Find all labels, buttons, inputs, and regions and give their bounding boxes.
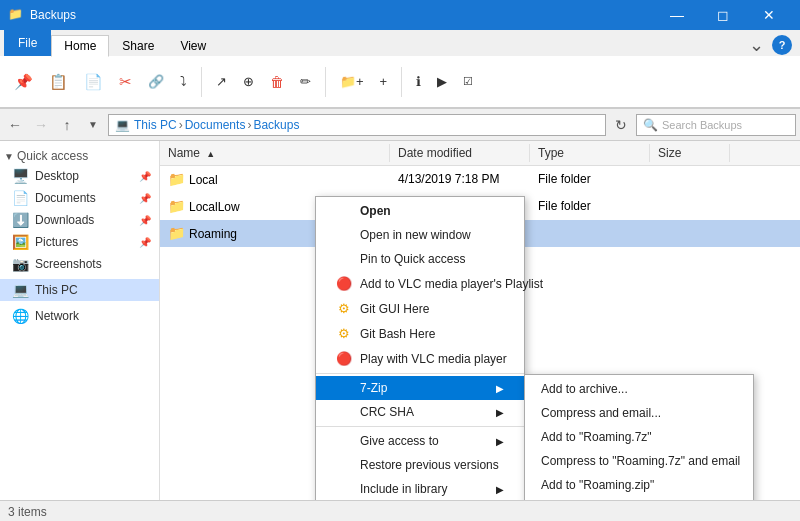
address-crumb-documents[interactable]: Documents xyxy=(185,118,246,132)
folder-icon: 📁 xyxy=(168,171,185,187)
sidebar-item-thispc-label: This PC xyxy=(35,283,78,297)
sidebar-item-screenshots[interactable]: 📷 Screenshots xyxy=(0,253,159,275)
ctx-git-gui[interactable]: ⚙Git GUI Here xyxy=(316,296,524,321)
sub-compress-7z-email[interactable]: Compress to "Roaming.7z" and email xyxy=(525,449,753,473)
new-folder-btn[interactable]: 📁+ xyxy=(334,70,370,93)
ctx-library-arrow: ▶ xyxy=(496,484,504,495)
ctx-pin-quick-access[interactable]: Pin to Quick access xyxy=(316,247,524,271)
expand-ribbon-btn[interactable]: ⌄ xyxy=(749,34,764,56)
new-item-btn[interactable]: + xyxy=(374,70,394,93)
delete-btn[interactable]: 🗑 xyxy=(264,70,290,94)
downloads-pin-icon: 📌 xyxy=(139,215,151,226)
select-all-btn[interactable]: ☑ xyxy=(457,71,479,92)
sidebar-item-downloads[interactable]: ⬇️ Downloads 📌 xyxy=(0,209,159,231)
col-header-date[interactable]: Date modified xyxy=(390,144,530,162)
rename-btn[interactable]: ✏ xyxy=(294,70,317,93)
address-input[interactable]: 💻 This PC › Documents › Backups xyxy=(108,114,606,136)
address-crumb-backups[interactable]: Backups xyxy=(253,118,299,132)
tab-view[interactable]: View xyxy=(167,34,219,56)
status-item-count: 3 items xyxy=(8,505,47,519)
file-date-local: 4/13/2019 7:18 PM xyxy=(390,170,530,188)
ctx-git-bash[interactable]: ⚙Git Bash Here xyxy=(316,321,524,346)
status-bar: 3 items xyxy=(0,500,800,521)
tab-share[interactable]: Share xyxy=(109,34,167,56)
desktop-icon: 🖥️ xyxy=(12,168,29,184)
sub-add-7z[interactable]: Add to "Roaming.7z" xyxy=(525,425,753,449)
ribbon-sep-2 xyxy=(325,67,326,97)
sort-arrow: ▲ xyxy=(206,149,215,159)
copy-btn[interactable]: 📋 xyxy=(43,69,74,95)
sidebar: ▼ Quick access 🖥️ Desktop 📌 📄 Documents … xyxy=(0,141,160,500)
refresh-button[interactable]: ↻ xyxy=(610,114,632,136)
sidebar-item-screenshots-label: Screenshots xyxy=(35,257,102,271)
maximize-button[interactable]: ◻ xyxy=(700,0,746,30)
file-size-local xyxy=(650,177,730,181)
sub-compress-email[interactable]: Compress and email... xyxy=(525,401,753,425)
ctx-7zip-arrow: ▶ xyxy=(496,383,504,394)
ribbon-sep-1 xyxy=(201,67,202,97)
minimize-button[interactable]: — xyxy=(654,0,700,30)
desktop-pin-icon: 📌 xyxy=(139,171,151,182)
file-list-header: Name ▲ Date modified Type Size xyxy=(160,141,800,166)
sub-compress-zip-email[interactable]: Compress to "Roaming.zip" and email xyxy=(525,497,753,500)
ctx-vlc-play-icon: 🔴 xyxy=(336,351,352,366)
sidebar-item-downloads-label: Downloads xyxy=(35,213,94,227)
ctx-crc-arrow: ▶ xyxy=(496,407,504,418)
ctx-restore-versions[interactable]: Restore previous versions xyxy=(316,453,524,477)
ctx-vlc-play[interactable]: 🔴Play with VLC media player xyxy=(316,346,524,371)
sub-add-zip[interactable]: Add to "Roaming.zip" xyxy=(525,473,753,497)
pin-quick-access-btn[interactable]: 📌 xyxy=(8,69,39,95)
sidebar-item-desktop[interactable]: 🖥️ Desktop 📌 xyxy=(0,165,159,187)
up-button[interactable]: ↑ xyxy=(56,114,78,136)
app-icon: 📁 xyxy=(8,7,24,23)
ctx-vlc-playlist[interactable]: 🔴Add to VLC media player's Playlist xyxy=(316,271,524,296)
col-header-type[interactable]: Type xyxy=(530,144,650,162)
forward-button[interactable]: → xyxy=(30,114,52,136)
paste-btn[interactable]: 📄 xyxy=(78,69,109,95)
properties-btn[interactable]: ℹ xyxy=(410,70,427,93)
screenshots-icon: 📷 xyxy=(12,256,29,272)
sub-add-archive[interactable]: Add to archive... xyxy=(525,377,753,401)
address-crumb-thispc[interactable]: This PC xyxy=(134,118,177,132)
copy-to-btn[interactable]: ⊕ xyxy=(237,70,260,93)
main-area: ▼ Quick access 🖥️ Desktop 📌 📄 Documents … xyxy=(0,141,800,500)
file-type-roaming xyxy=(530,231,650,235)
paste-shortcut-btn[interactable]: ⤵ xyxy=(174,70,193,93)
help-button[interactable]: ? xyxy=(772,35,792,55)
ctx-crc-sha[interactable]: CRC SHA ▶ xyxy=(316,400,524,424)
ctx-open-new-window[interactable]: Open in new window xyxy=(316,223,524,247)
move-to-btn[interactable]: ↗ xyxy=(210,70,233,93)
search-box[interactable]: 🔍 Search Backups xyxy=(636,114,796,136)
back-button[interactable]: ← xyxy=(4,114,26,136)
quick-access-header[interactable]: ▼ Quick access xyxy=(0,145,159,165)
sidebar-item-pictures[interactable]: 🖼️ Pictures 📌 xyxy=(0,231,159,253)
open-btn[interactable]: ▶ xyxy=(431,70,453,93)
ctx-open[interactable]: Open xyxy=(316,199,524,223)
sidebar-item-documents-label: Documents xyxy=(35,191,96,205)
ctx-give-access[interactable]: Give access to ▶ xyxy=(316,429,524,453)
ctx-sep-2 xyxy=(316,426,524,427)
recent-locations-button[interactable]: ▼ xyxy=(82,114,104,136)
close-button[interactable]: ✕ xyxy=(746,0,792,30)
table-row[interactable]: 📁Local 4/13/2019 7:18 PM File folder xyxy=(160,166,800,193)
context-menu: Open Open in new window Pin to Quick acc… xyxy=(315,196,525,500)
sidebar-item-documents[interactable]: 📄 Documents 📌 xyxy=(0,187,159,209)
ctx-git-bash-icon: ⚙ xyxy=(336,326,352,341)
copy-path-btn[interactable]: 🔗 xyxy=(142,70,170,93)
ctx-7zip[interactable]: 7-Zip ▶ Add to archive... Compress and e… xyxy=(316,376,524,400)
sidebar-item-network[interactable]: 🌐 Network xyxy=(0,305,159,327)
sidebar-item-pictures-label: Pictures xyxy=(35,235,78,249)
col-header-size[interactable]: Size xyxy=(650,144,730,162)
tab-home[interactable]: Home xyxy=(51,35,109,57)
file-size-locallow xyxy=(650,204,730,208)
ctx-include-library[interactable]: Include in library ▶ xyxy=(316,477,524,500)
sidebar-item-thispc[interactable]: 💻 This PC xyxy=(0,279,159,301)
col-header-name[interactable]: Name ▲ xyxy=(160,144,390,162)
ribbon: File Home Share View ⌄ ? 📌 📋 📄 ✂ 🔗 ⤵ ↗ ⊕… xyxy=(0,30,800,109)
documents-icon: 📄 xyxy=(12,190,29,206)
cut-btn[interactable]: ✂ xyxy=(113,69,138,95)
sidebar-item-desktop-label: Desktop xyxy=(35,169,79,183)
tab-file[interactable]: File xyxy=(4,30,51,56)
file-type-locallow: File folder xyxy=(530,197,650,215)
sidebar-item-network-label: Network xyxy=(35,309,79,323)
